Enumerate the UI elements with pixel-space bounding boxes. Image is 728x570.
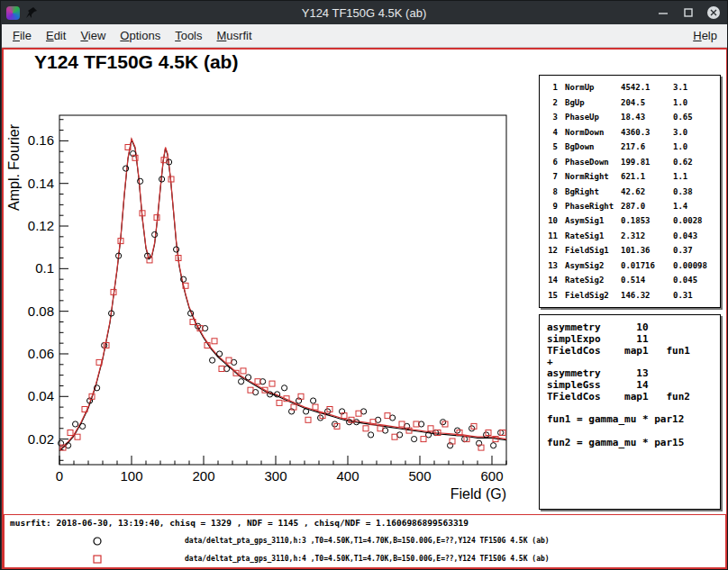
param-err: 0.62: [673, 158, 720, 167]
param-num: 2: [545, 98, 558, 107]
param-row: 5BgDown217.61.0: [545, 142, 720, 151]
x-tick-label: 400: [336, 468, 359, 484]
menu-file[interactable]: File: [5, 25, 39, 46]
x-tick-label: 300: [264, 468, 287, 484]
pin-icon: [25, 6, 38, 19]
param-err: 0.37: [673, 246, 720, 255]
param-name: NormDown: [558, 128, 621, 137]
param-val: 0.1853: [621, 216, 673, 225]
param-err: 0.38: [673, 187, 720, 196]
param-row: 13AsymSig20.017160.00098: [545, 261, 720, 270]
maximize-button[interactable]: [681, 6, 695, 20]
param-name: NormUp: [558, 83, 621, 92]
param-num: 14: [545, 276, 558, 285]
legend-label: data/deltat_pta_gps_3110,h:4 ,T0=4.50K,T…: [185, 555, 550, 563]
param-err: 3.1: [673, 83, 720, 92]
x-tick-label: 600: [480, 468, 503, 484]
series-circle[interactable]: [59, 151, 504, 448]
menu-tools[interactable]: Tools: [168, 25, 209, 46]
param-val: 287.0: [621, 202, 673, 211]
param-val: 101.36: [621, 246, 673, 255]
fit-stats: musrfit: 2018-06-30, 13:19:40, chisq = 1…: [10, 518, 469, 528]
y-tick-label: 0.06: [28, 346, 54, 361]
x-tick-label: 0: [56, 468, 63, 484]
param-val: 621.1: [621, 172, 673, 181]
param-row: 12FieldSig1101.360.37: [545, 246, 720, 255]
param-val: 199.81: [621, 158, 673, 167]
param-err: 1.4: [673, 202, 720, 211]
title-bar[interactable]: Y124 TF150G 4.5K (ab): [1, 1, 727, 24]
menu-help[interactable]: Help: [686, 25, 724, 46]
param-row: 6PhaseDown199.810.62: [545, 158, 720, 167]
param-num: 10: [545, 216, 558, 225]
param-name: BgUp: [558, 98, 621, 107]
series-square[interactable]: [60, 145, 505, 451]
param-num: 13: [545, 261, 558, 270]
y-tick-label: 0.08: [28, 303, 54, 319]
menu-edit[interactable]: Edit: [39, 25, 73, 46]
param-name: AsymSig2: [558, 261, 621, 270]
param-val: 18.43: [621, 113, 673, 122]
param-err: 0.045: [673, 276, 720, 285]
param-name: RateSig2: [558, 276, 621, 285]
param-num: 3: [545, 113, 558, 122]
titlebar-buttons: [656, 1, 720, 24]
app-icon: [6, 6, 20, 20]
legend-pad[interactable]: musrfit: 2018-06-30, 13:19:40, chisq = 1…: [4, 514, 726, 568]
y-axis: 0.020.040.060.080.10.120.140.16: [28, 120, 68, 461]
legend-row: data/deltat_pta_gps_3110,h:4 ,T0=4.50K,T…: [5, 551, 725, 567]
param-row: 11RateSig12.3120.043: [545, 231, 720, 240]
theory-line: simplExpo 11: [547, 334, 720, 346]
minimize-icon: [657, 6, 669, 19]
param-err: 0.0028: [673, 216, 720, 225]
param-err: 3.0: [673, 128, 720, 137]
window-title: Y124 TF150G 4.5K (ab): [1, 6, 727, 20]
param-name: AsymSig1: [558, 216, 621, 225]
y-axis-title: Ampl. Fourier: [6, 123, 22, 211]
x-tick-label: 100: [120, 468, 142, 484]
menu-options[interactable]: Options: [113, 25, 168, 46]
param-err: 1.0: [673, 98, 720, 107]
close-button[interactable]: [706, 6, 720, 20]
param-err: 0.043: [673, 231, 720, 240]
theory-line: TFieldCos map1 fun1: [547, 346, 720, 357]
param-num: 9: [545, 202, 558, 211]
theory-line: asymmetry 10: [547, 322, 720, 334]
param-name: FieldSig1: [558, 246, 621, 255]
y-tick-label: 0.04: [28, 388, 54, 403]
fit-curve-red[interactable]: [59, 139, 506, 449]
y-tick-label: 0.12: [28, 218, 54, 233]
theory-line: fun1 = gamma_mu * par12: [547, 414, 720, 426]
minimize-button[interactable]: [656, 6, 669, 20]
menu-view[interactable]: View: [73, 25, 113, 46]
y-tick-label: 0.16: [28, 132, 54, 148]
param-row: 8BgRight42.620.38: [545, 187, 720, 196]
param-row: 9PhaseRight287.01.4: [545, 202, 720, 211]
root-canvas[interactable]: Y124 TF150G 4.5K (ab) 010020030040050060…: [2, 48, 728, 570]
param-val: 217.6: [621, 142, 673, 151]
y-tick-label: 0.14: [28, 176, 54, 191]
x-tick-label: 200: [192, 468, 214, 484]
param-val: 42.62: [621, 187, 673, 196]
x-axis-title: Field (G): [450, 486, 506, 502]
param-row: 15FieldSig2146.320.31: [545, 291, 720, 300]
param-box[interactable]: 1NormUp4542.13.12BgUp204.51.03PhaseUp18.…: [539, 75, 721, 308]
menu-musrfit[interactable]: Musrfit: [210, 25, 259, 46]
theory-line: fun2 = gamma_mu * par15: [547, 438, 720, 449]
plot-svg[interactable]: 01002003004005006000.020.040.060.080.10.…: [4, 50, 537, 509]
y-tick-label: 0.1: [35, 260, 54, 276]
param-err: 1.1: [673, 172, 720, 181]
param-num: 15: [545, 291, 558, 300]
theory-box[interactable]: asymmetry 10simplExpo 11TFieldCos map1 f…: [539, 314, 721, 510]
param-row: 14RateSig20.5140.045: [545, 276, 720, 285]
param-num: 11: [545, 231, 558, 240]
theory-line: TFieldCos map1 fun2: [547, 392, 720, 403]
param-err: 0.31: [673, 291, 720, 300]
fit-curve-black[interactable]: [59, 140, 506, 450]
param-row: 10AsymSig10.18530.0028: [545, 216, 720, 225]
maximize-icon: [682, 6, 695, 19]
x-axis: 0100200300400500600: [56, 456, 506, 484]
param-name: FieldSig2: [558, 291, 621, 300]
param-row: 4NormDown4360.33.0: [545, 128, 720, 137]
param-val: 0.01716: [621, 261, 673, 270]
